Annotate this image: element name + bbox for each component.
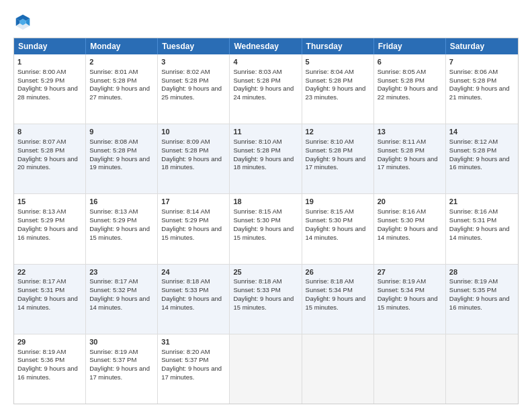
day-cell-8: 8Sunrise: 8:07 AMSunset: 5:28 PMDaylight… [14, 124, 86, 193]
calendar-body: 1Sunrise: 8:00 AMSunset: 5:29 PMDaylight… [14, 54, 518, 404]
day-cell-3: 3Sunrise: 8:02 AMSunset: 5:28 PMDaylight… [158, 54, 230, 124]
sunset: Sunset: 5:29 PM [161, 216, 208, 224]
day-cell-28: 28Sunrise: 8:19 AMSunset: 5:35 PMDayligh… [446, 265, 518, 334]
day-cell-18: 18Sunrise: 8:15 AMSunset: 5:30 PMDayligh… [230, 194, 302, 263]
daylight: Daylight: 9 hours and 19 minutes. [89, 155, 150, 171]
daylight: Daylight: 9 hours and 24 minutes. [233, 85, 294, 101]
day-cell-29: 29Sunrise: 8:19 AMSunset: 5:36 PMDayligh… [14, 334, 86, 404]
sunrise: Sunrise: 8:17 AM [89, 277, 138, 285]
header [13, 12, 519, 31]
day-cell-10: 10Sunrise: 8:09 AMSunset: 5:28 PMDayligh… [158, 124, 230, 193]
sunset: Sunset: 5:32 PM [89, 286, 136, 293]
sunset: Sunset: 5:28 PM [161, 146, 208, 154]
daylight: Daylight: 9 hours and 25 minutes. [161, 85, 222, 101]
day-number: 12 [306, 127, 370, 137]
day-number: 11 [233, 127, 298, 137]
sunrise: Sunrise: 8:13 AM [89, 208, 138, 215]
daylight: Daylight: 9 hours and 23 minutes. [306, 85, 366, 101]
day-number: 10 [161, 127, 226, 137]
sunrise: Sunrise: 8:05 AM [378, 68, 426, 75]
daylight: Daylight: 9 hours and 17 minutes. [89, 365, 150, 381]
day-number: 26 [306, 267, 370, 277]
weekday-header-thursday: Thursday [302, 38, 374, 54]
sunrise: Sunrise: 8:10 AM [233, 138, 281, 145]
day-cell-15: 15Sunrise: 8:13 AMSunset: 5:29 PMDayligh… [14, 194, 86, 263]
day-cell-19: 19Sunrise: 8:15 AMSunset: 5:30 PMDayligh… [302, 194, 374, 263]
day-cell-20: 20Sunrise: 8:16 AMSunset: 5:30 PMDayligh… [374, 194, 446, 263]
day-cell-17: 17Sunrise: 8:14 AMSunset: 5:29 PMDayligh… [158, 194, 230, 263]
weekday-header-wednesday: Wednesday [230, 38, 302, 54]
sunrise: Sunrise: 8:06 AM [449, 68, 498, 75]
daylight: Daylight: 9 hours and 14 minutes. [378, 225, 438, 241]
sunset: Sunset: 5:28 PM [306, 77, 353, 84]
sunrise: Sunrise: 8:03 AM [233, 68, 281, 75]
day-number: 2 [89, 57, 154, 67]
sunrise: Sunrise: 8:19 AM [17, 348, 66, 355]
day-cell-26: 26Sunrise: 8:18 AMSunset: 5:34 PMDayligh… [302, 265, 374, 334]
day-cell-12: 12Sunrise: 8:10 AMSunset: 5:28 PMDayligh… [302, 124, 374, 193]
weekday-header-tuesday: Tuesday [158, 38, 230, 54]
sunrise: Sunrise: 8:16 AM [449, 208, 498, 215]
sunset: Sunset: 5:37 PM [161, 356, 208, 363]
sunset: Sunset: 5:31 PM [17, 286, 64, 293]
day-cell-5: 5Sunrise: 8:04 AMSunset: 5:28 PMDaylight… [302, 54, 374, 124]
daylight: Daylight: 9 hours and 22 minutes. [378, 85, 438, 101]
day-number: 21 [449, 197, 515, 207]
calendar-row-3: 15Sunrise: 8:13 AMSunset: 5:29 PMDayligh… [14, 193, 518, 263]
calendar-row-5: 29Sunrise: 8:19 AMSunset: 5:36 PMDayligh… [14, 334, 518, 404]
sunrise: Sunrise: 8:18 AM [306, 277, 354, 285]
daylight: Daylight: 9 hours and 15 minutes. [233, 295, 294, 311]
day-cell-22: 22Sunrise: 8:17 AMSunset: 5:31 PMDayligh… [14, 265, 86, 334]
day-number: 9 [89, 127, 154, 137]
sunset: Sunset: 5:36 PM [17, 356, 64, 363]
sunrise: Sunrise: 8:10 AM [306, 138, 354, 145]
sunrise: Sunrise: 8:15 AM [306, 208, 354, 215]
sunset: Sunset: 5:29 PM [17, 216, 64, 224]
day-cell-11: 11Sunrise: 8:10 AMSunset: 5:28 PMDayligh… [230, 124, 302, 193]
day-cell-4: 4Sunrise: 8:03 AMSunset: 5:28 PMDaylight… [230, 54, 302, 124]
page: SundayMondayTuesdayWednesdayThursdayFrid… [0, 0, 532, 411]
sunset: Sunset: 5:33 PM [233, 286, 280, 293]
day-number: 30 [89, 337, 154, 347]
day-number: 20 [378, 197, 442, 207]
day-cell-6: 6Sunrise: 8:05 AMSunset: 5:28 PMDaylight… [374, 54, 446, 124]
sunrise: Sunrise: 8:17 AM [17, 277, 66, 285]
sunrise: Sunrise: 8:13 AM [17, 208, 66, 215]
sunset: Sunset: 5:28 PM [89, 77, 136, 84]
sunrise: Sunrise: 8:11 AM [378, 138, 426, 145]
empty-cell [230, 334, 302, 404]
empty-cell [446, 334, 518, 404]
day-cell-16: 16Sunrise: 8:13 AMSunset: 5:29 PMDayligh… [86, 194, 158, 263]
day-number: 19 [306, 197, 370, 207]
calendar-row-1: 1Sunrise: 8:00 AMSunset: 5:29 PMDaylight… [14, 54, 518, 124]
sunrise: Sunrise: 8:19 AM [89, 348, 138, 355]
sunset: Sunset: 5:29 PM [89, 216, 136, 224]
sunrise: Sunrise: 8:18 AM [233, 277, 281, 285]
sunset: Sunset: 5:34 PM [306, 286, 353, 293]
empty-cell [302, 334, 374, 404]
daylight: Daylight: 9 hours and 14 minutes. [306, 225, 366, 241]
weekday-header-friday: Friday [374, 38, 446, 54]
day-cell-27: 27Sunrise: 8:19 AMSunset: 5:34 PMDayligh… [374, 265, 446, 334]
day-cell-31: 31Sunrise: 8:20 AMSunset: 5:37 PMDayligh… [158, 334, 230, 404]
sunrise: Sunrise: 8:14 AM [161, 208, 210, 215]
sunset: Sunset: 5:33 PM [161, 286, 208, 293]
day-cell-24: 24Sunrise: 8:18 AMSunset: 5:33 PMDayligh… [158, 265, 230, 334]
day-number: 29 [17, 337, 82, 347]
daylight: Daylight: 9 hours and 20 minutes. [17, 155, 78, 171]
day-number: 18 [233, 197, 298, 207]
sunrise: Sunrise: 8:02 AM [161, 68, 210, 75]
day-cell-2: 2Sunrise: 8:01 AMSunset: 5:28 PMDaylight… [86, 54, 158, 124]
daylight: Daylight: 9 hours and 14 minutes. [89, 295, 150, 311]
sunrise: Sunrise: 8:07 AM [17, 138, 66, 145]
sunrise: Sunrise: 8:15 AM [233, 208, 281, 215]
day-cell-9: 9Sunrise: 8:08 AMSunset: 5:28 PMDaylight… [86, 124, 158, 193]
sunset: Sunset: 5:30 PM [233, 216, 280, 224]
day-number: 22 [17, 267, 82, 277]
day-cell-25: 25Sunrise: 8:18 AMSunset: 5:33 PMDayligh… [230, 265, 302, 334]
daylight: Daylight: 9 hours and 17 minutes. [378, 155, 438, 171]
sunset: Sunset: 5:28 PM [449, 146, 496, 154]
sunset: Sunset: 5:28 PM [161, 77, 208, 84]
sunrise: Sunrise: 8:18 AM [161, 277, 210, 285]
sunrise: Sunrise: 8:16 AM [378, 208, 426, 215]
